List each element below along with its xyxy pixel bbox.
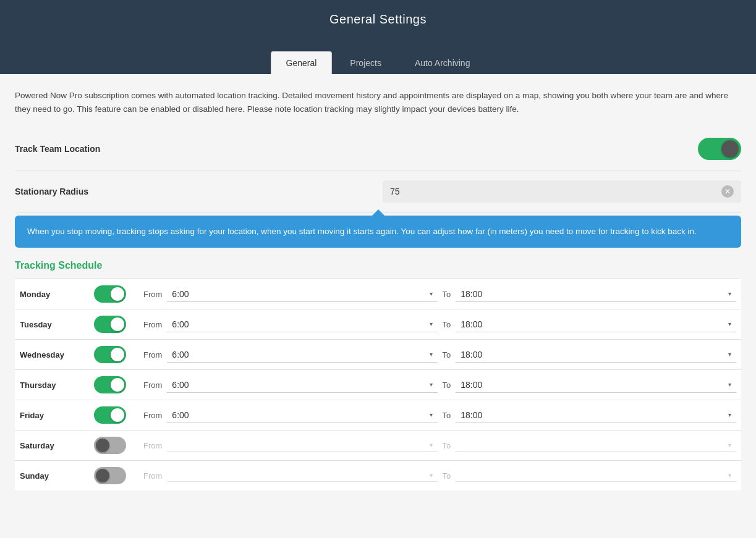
schedule-row-wednesday: Wednesday From 6:00 ▾ To 18:00 [15, 340, 741, 370]
day-thursday: Thursday [20, 380, 94, 390]
chevron-down-icon: ▾ [728, 381, 731, 388]
page-title: General Settings [12, 12, 744, 27]
wednesday-toggle[interactable] [94, 346, 126, 363]
chevron-down-icon: ▾ [430, 472, 433, 479]
day-friday: Friday [20, 411, 94, 420]
chevron-down-icon: ▾ [728, 351, 731, 358]
description-text: Powered Now Pro subscription comes with … [15, 89, 741, 116]
to-label-tuesday: To [443, 320, 451, 329]
sunday-to-dropdown: ▾ [456, 469, 736, 482]
thursday-toggle[interactable] [94, 376, 126, 393]
clear-radius-button[interactable]: ✕ [721, 185, 734, 198]
tab-general[interactable]: General [271, 51, 333, 74]
schedule-container: Monday From 6:00 ▾ To 18:00 ▾ [15, 279, 741, 490]
sunday-toggle[interactable] [94, 467, 126, 484]
chevron-down-icon: ▾ [430, 351, 433, 358]
tab-projects[interactable]: Projects [334, 51, 397, 74]
friday-to-section: To 18:00 ▾ [438, 408, 737, 423]
day-saturday: Saturday [20, 441, 94, 450]
schedule-row-monday: Monday From 6:00 ▾ To 18:00 ▾ [15, 279, 741, 309]
friday-toggle[interactable] [94, 406, 126, 424]
chevron-down-icon: ▾ [728, 411, 731, 418]
chevron-down-icon: ▾ [430, 321, 433, 327]
tuesday-toggle[interactable] [94, 316, 126, 333]
to-label-monday: To [443, 290, 451, 299]
toggle-track [698, 138, 741, 160]
tuesday-from-section: From 6:00 ▾ [138, 317, 438, 332]
saturday-to-section: To ▾ [438, 439, 737, 452]
day-tuesday: Tuesday [20, 320, 94, 329]
saturday-to-dropdown: ▾ [456, 439, 736, 452]
schedule-row-thursday: Thursday From 6:00 ▾ To 18:00 [15, 370, 741, 400]
friday-from-dropdown[interactable]: 6:00 ▾ [167, 408, 437, 423]
stationary-radius-input[interactable] [390, 187, 721, 196]
chevron-down-icon: ▾ [728, 472, 731, 479]
from-label-monday: From [143, 290, 162, 299]
sunday-from-dropdown: ▾ [167, 469, 437, 482]
chevron-down-icon: ▾ [728, 321, 731, 327]
tab-auto-archiving[interactable]: Auto Archiving [399, 51, 486, 74]
chevron-down-icon: ▾ [430, 442, 433, 448]
from-label-friday: From [143, 411, 162, 420]
day-wednesday: Wednesday [20, 350, 94, 359]
thursday-to-dropdown[interactable]: 18:00 ▾ [456, 377, 736, 393]
monday-from-dropdown[interactable]: 6:00 ▾ [167, 287, 437, 302]
to-label-wednesday: To [443, 350, 451, 359]
schedule-row-friday: Friday From 6:00 ▾ To 18:00 ▾ [15, 400, 741, 431]
monday-toggle[interactable] [94, 285, 126, 303]
chevron-down-icon: ▾ [728, 442, 731, 448]
sunday-to-section: To ▾ [438, 469, 737, 482]
saturday-toggle[interactable] [94, 437, 126, 454]
track-team-location-row: Track Team Location [15, 128, 741, 170]
to-label-thursday: To [443, 380, 451, 390]
from-label-saturday: From [143, 441, 162, 450]
main-content: Powered Now Pro subscription comes with … [0, 74, 756, 490]
monday-to-section: To 18:00 ▾ [438, 287, 737, 302]
tooltip-box: When you stop moving, tracking stops ask… [15, 216, 741, 248]
schedule-row-sunday: Sunday From ▾ To ▾ [15, 461, 741, 490]
from-label-tuesday: From [143, 320, 162, 329]
tuesday-to-dropdown[interactable]: 18:00 ▾ [456, 317, 736, 332]
from-label-sunday: From [143, 471, 162, 481]
schedule-row-saturday: Saturday From ▾ To ▾ [15, 431, 741, 461]
toggle-thumb [721, 140, 739, 158]
sunday-from-section: From ▾ [138, 469, 438, 482]
stationary-radius-label: Stationary Radius [15, 187, 88, 196]
wednesday-from-dropdown[interactable]: 6:00 ▾ [167, 347, 437, 363]
tabs-bar: General Projects Auto Archiving [0, 39, 756, 74]
thursday-to-section: To 18:00 ▾ [438, 377, 737, 393]
from-label-wednesday: From [143, 350, 162, 359]
chevron-down-icon: ▾ [430, 381, 433, 388]
day-monday: Monday [20, 290, 94, 299]
tuesday-from-dropdown[interactable]: 6:00 ▾ [167, 317, 437, 332]
chevron-down-icon: ▾ [430, 411, 433, 418]
tooltip-text: When you stop moving, tracking stops ask… [27, 227, 697, 236]
thursday-from-section: From 6:00 ▾ [138, 377, 438, 393]
friday-to-dropdown[interactable]: 18:00 ▾ [456, 408, 736, 423]
monday-from-section: From 6:00 ▾ [138, 287, 438, 302]
track-team-location-toggle[interactable] [698, 138, 741, 160]
stationary-radius-row: Stationary Radius ✕ [15, 170, 741, 213]
to-label-sunday: To [443, 471, 451, 481]
page-header: General Settings [0, 0, 756, 39]
friday-from-section: From 6:00 ▾ [138, 408, 438, 423]
wednesday-to-dropdown[interactable]: 18:00 ▾ [456, 347, 736, 363]
wednesday-from-section: From 6:00 ▾ [138, 347, 438, 363]
saturday-from-section: From ▾ [138, 439, 438, 452]
wednesday-to-section: To 18:00 ▾ [438, 347, 737, 363]
monday-to-dropdown[interactable]: 18:00 ▾ [456, 287, 736, 302]
day-sunday: Sunday [20, 471, 94, 481]
to-label-friday: To [443, 411, 451, 420]
stationary-radius-input-wrapper: ✕ [383, 180, 741, 203]
to-label-saturday: To [443, 441, 451, 450]
from-label-thursday: From [143, 380, 162, 390]
thursday-from-dropdown[interactable]: 6:00 ▾ [167, 377, 437, 393]
schedule-row-tuesday: Tuesday From 6:00 ▾ To 18:00 [15, 309, 741, 340]
tuesday-to-section: To 18:00 ▾ [438, 317, 737, 332]
track-team-location-label: Track Team Location [15, 144, 100, 154]
chevron-down-icon: ▾ [728, 290, 731, 297]
saturday-from-dropdown: ▾ [167, 439, 437, 452]
tracking-schedule-title: Tracking Schedule [15, 260, 741, 271]
chevron-down-icon: ▾ [430, 290, 433, 297]
